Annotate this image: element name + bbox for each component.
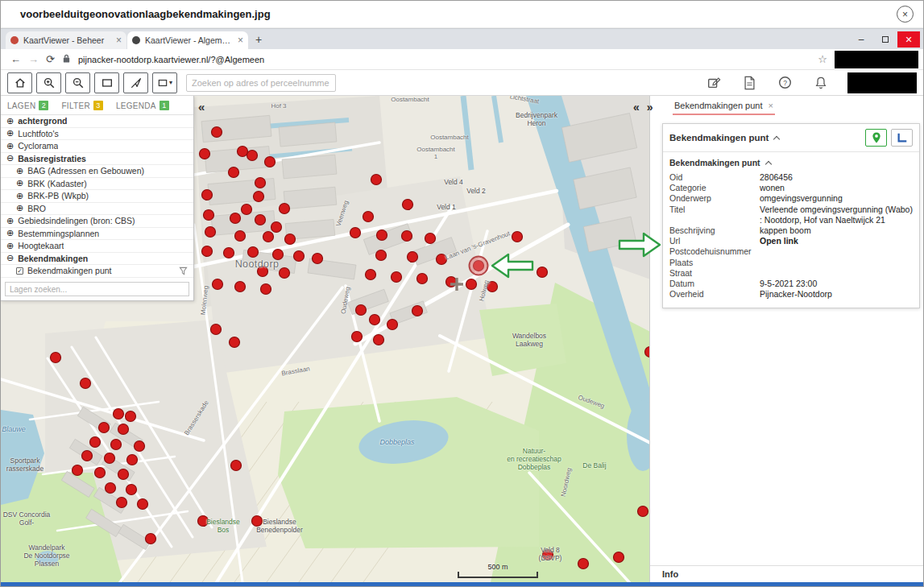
announcement-marker[interactable] — [466, 279, 477, 290]
announcement-marker[interactable] — [127, 455, 138, 465]
announcement-marker[interactable] — [135, 441, 145, 452]
announcement-marker[interactable] — [211, 325, 222, 335]
announcement-marker[interactable] — [212, 127, 222, 138]
announcement-marker[interactable] — [366, 270, 376, 280]
announcement-marker[interactable] — [138, 499, 148, 510]
announcement-marker[interactable] — [106, 483, 116, 494]
announcement-marker[interactable] — [247, 151, 258, 161]
announcement-marker[interactable] — [242, 205, 252, 215]
window-minimize-button[interactable]: – — [849, 31, 873, 48]
expand-node-icon[interactable]: ⊕ — [16, 192, 23, 200]
announcement-marker[interactable] — [285, 234, 296, 245]
announcement-marker[interactable] — [392, 272, 402, 283]
expand-node-icon[interactable]: ⊕ — [16, 204, 23, 213]
expand-node-icon[interactable]: ⊕ — [6, 117, 14, 126]
announcement-marker[interactable] — [376, 250, 387, 261]
announcement-marker[interactable] — [350, 228, 361, 238]
expand-node-icon[interactable]: ⊕ — [6, 129, 14, 138]
chevron-up-icon[interactable] — [773, 136, 780, 143]
announcement-marker[interactable] — [425, 234, 436, 244]
announcement-marker[interactable] — [230, 213, 241, 224]
announcement-marker[interactable] — [578, 559, 589, 569]
announcement-marker[interactable] — [235, 282, 246, 292]
announcement-marker[interactable] — [90, 437, 101, 448]
panel-tab-filter[interactable]: FILTER3 — [61, 101, 103, 110]
announcement-marker[interactable] — [99, 423, 110, 433]
collapse-node-icon[interactable]: ⊖ — [6, 254, 14, 262]
announcement-marker[interactable] — [126, 411, 136, 422]
announcement-marker[interactable] — [255, 178, 266, 188]
announcement-marker[interactable] — [263, 232, 274, 242]
announcement-marker[interactable] — [252, 516, 263, 527]
panel-tab-lagen[interactable]: LAGEN2 — [7, 101, 48, 110]
layer-item[interactable]: ⊕BRO — [1, 203, 193, 216]
announcement-marker[interactable] — [638, 506, 648, 517]
expand-panel-left-icon[interactable]: « — [633, 101, 640, 114]
layer-item[interactable]: ⊕BAG (Adressen en Gebouwen) — [1, 165, 193, 178]
layer-item[interactable]: ⊕Bestemmingsplannen — [1, 228, 193, 241]
zoom-rectangle-tool-button[interactable] — [94, 72, 119, 93]
announcement-marker[interactable] — [377, 230, 387, 241]
window-maximize-button[interactable] — [873, 31, 897, 48]
announcement-marker[interactable] — [370, 315, 380, 325]
zoom-in-tool-button[interactable] — [36, 72, 61, 93]
announcement-marker[interactable] — [238, 147, 248, 157]
announcement-marker[interactable] — [198, 516, 209, 527]
expand-node-icon[interactable]: ⊕ — [6, 217, 14, 225]
announcement-marker[interactable] — [118, 469, 129, 480]
announcement-marker[interactable] — [265, 157, 276, 167]
announcement-marker[interactable] — [537, 267, 548, 278]
announcement-marker[interactable] — [205, 227, 216, 238]
announcement-marker[interactable] — [248, 247, 259, 258]
expand-node-icon[interactable]: ⊕ — [6, 242, 14, 250]
bookmark-star-icon[interactable]: ☆ — [818, 53, 827, 65]
announcement-marker[interactable] — [402, 231, 412, 242]
announcement-marker[interactable] — [614, 552, 624, 563]
zoom-out-tool-button[interactable] — [65, 72, 90, 93]
announcement-marker[interactable] — [258, 267, 268, 277]
expand-node-icon[interactable]: ⊕ — [6, 142, 14, 151]
new-tab-button[interactable]: + — [255, 33, 262, 46]
layer-item[interactable]: ⊕BRK (Kadaster) — [1, 178, 193, 191]
announcement-marker[interactable] — [230, 337, 240, 348]
announcement-marker[interactable] — [235, 231, 246, 242]
layer-item[interactable]: ✓Bekendmakingen punt — [1, 265, 193, 278]
help-button[interactable]: ? — [778, 76, 792, 89]
announcement-marker[interactable] — [117, 498, 127, 508]
announcement-marker[interactable] — [543, 550, 553, 560]
redline-edit-button[interactable] — [706, 76, 721, 90]
announcement-marker[interactable] — [408, 252, 418, 262]
url-text[interactable]: pijnacker-nootdorp.kaartviewer.nl/?@Alge… — [78, 55, 264, 64]
announcement-marker[interactable] — [313, 254, 323, 264]
info-tab[interactable]: Bekendmakingen punt × — [673, 98, 775, 115]
layer-item[interactable]: ⊖Bekendmakingen — [1, 253, 193, 266]
announcement-marker[interactable] — [200, 149, 210, 159]
layer-item[interactable]: ⊕Cyclorama — [1, 140, 193, 153]
announcement-marker[interactable] — [111, 440, 122, 450]
announcement-marker[interactable] — [254, 192, 264, 202]
notifications-button[interactable] — [814, 76, 827, 89]
layer-item[interactable]: ⊕BRK-PB (Wkpb) — [1, 190, 193, 203]
announcement-marker[interactable] — [273, 250, 284, 260]
announcement-marker[interactable] — [146, 534, 156, 544]
tab-close-icon[interactable]: × — [116, 35, 122, 46]
announcement-marker[interactable] — [363, 212, 374, 222]
announcement-marker[interactable] — [261, 284, 271, 295]
announcement-marker[interactable] — [487, 282, 498, 292]
layer-item[interactable]: ⊕Gebiedsindelingen (bron: CBS) — [1, 215, 193, 228]
viewer-close-button[interactable]: × — [897, 6, 914, 23]
announcement-marker[interactable] — [371, 175, 382, 185]
announcement-marker[interactable] — [229, 167, 239, 178]
collapse-node-icon[interactable]: ⊖ — [6, 154, 14, 163]
expand-panel-right-icon[interactable]: » — [647, 101, 653, 114]
announcement-marker[interactable] — [412, 306, 423, 316]
announcement-marker[interactable] — [73, 465, 83, 476]
open-link[interactable]: Open link — [760, 236, 913, 246]
announcement-marker[interactable] — [95, 468, 106, 478]
announcement-marker[interactable] — [202, 246, 213, 257]
browser-tab[interactable]: KaartViewer - Algemeen× — [127, 31, 248, 49]
info-tab-close-icon[interactable]: × — [768, 101, 773, 110]
announcement-marker[interactable] — [51, 353, 61, 363]
forward-icon[interactable]: → — [28, 53, 39, 65]
window-close-button[interactable]: ✕ — [897, 31, 920, 48]
